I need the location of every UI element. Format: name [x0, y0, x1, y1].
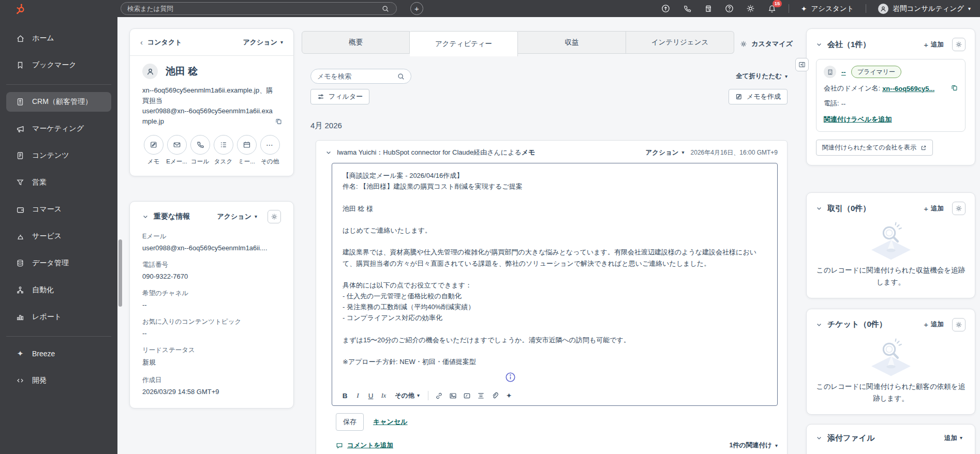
company-domain-link[interactable]: xn--6oq569cy5... [882, 85, 934, 93]
chevron-down-icon[interactable] [816, 205, 822, 211]
nav-service[interactable]: サービス [6, 226, 111, 246]
nav-home[interactable]: ホーム [6, 28, 111, 48]
hubspot-logo-icon[interactable] [14, 3, 26, 14]
save-button[interactable]: 保存 [336, 413, 364, 431]
assistant-button[interactable]: ✦ アシスタント [801, 4, 854, 13]
deals-empty-text: このレコードに関連付けられた収益機会を追跡します。 [816, 265, 966, 289]
nav-dev[interactable]: 開発 [6, 371, 111, 390]
deals-settings-button[interactable] [952, 202, 966, 215]
account-menu[interactable]: 岩間コンサルティング ▾ [878, 4, 971, 14]
copy-domain-icon[interactable] [951, 84, 958, 93]
calling-icon[interactable] [682, 4, 692, 13]
image-icon[interactable] [446, 392, 460, 400]
italic-button[interactable]: I [351, 390, 364, 401]
nav-automation[interactable]: 自動化 [6, 280, 111, 300]
ai-sparkle-icon[interactable]: ✦ [502, 391, 516, 400]
quick-create-button[interactable]: + [410, 2, 423, 15]
add-deal-button[interactable]: + 追加 [924, 204, 944, 213]
notifications-icon[interactable]: 15 [767, 4, 777, 13]
about-settings-button[interactable] [268, 210, 281, 223]
nav-sales[interactable]: 営業 [6, 173, 111, 192]
note-timestamp: 2026年4月16日、16:00 GMT+9 [691, 148, 778, 157]
back-to-contacts-link[interactable]: ‹ コンタクト [140, 38, 182, 47]
copy-email-icon[interactable] [275, 117, 282, 128]
company-name-link[interactable]: -- [841, 68, 846, 76]
tab-activity[interactable]: アクティビティー [410, 31, 518, 56]
cancel-button[interactable]: キャンセル [373, 417, 408, 427]
about-actions-dropdown[interactable]: アクション ▾ [217, 212, 257, 221]
more-actions-button[interactable]: ⋯ その他 [259, 135, 281, 165]
chevron-down-icon[interactable] [816, 41, 822, 48]
deals-panel: 取引（0件） + 追加 [806, 192, 975, 298]
chevron-down-icon[interactable] [816, 435, 822, 441]
upgrade-icon[interactable] [661, 4, 671, 13]
calendar-icon [237, 135, 257, 155]
note-search-input[interactable] [317, 72, 397, 80]
search-icon [397, 73, 405, 80]
global-search-input[interactable] [127, 5, 381, 12]
collapse-all-button[interactable]: 全て折りたたむ ▾ [736, 72, 788, 81]
note-body[interactable]: 【商談設定メール案 - 2026/04/16作成】 件名: 【池田様】建設業の購… [332, 163, 777, 388]
record-center-column: 概要 アクティビティー 収益 インテリジェンス カスタマイズ 全て折りたたむ [302, 31, 796, 454]
add-attachment-dropdown[interactable]: 追加 ▾ [944, 434, 962, 443]
funnel-icon [16, 178, 25, 187]
note-actions-dropdown[interactable]: アクション ▾ [646, 148, 685, 157]
nav-crm[interactable]: CRM（顧客管理） [6, 92, 111, 112]
global-search[interactable] [121, 2, 397, 15]
nav-bookmarks[interactable]: ブックマーク [6, 55, 111, 75]
email-action-button[interactable]: Eメー... [166, 135, 188, 165]
add-comment-button[interactable]: コメントを追加 [336, 441, 393, 450]
note-search[interactable] [310, 69, 411, 84]
property-content-topic: お気に入りのコンテンツトピック -- [142, 317, 281, 337]
workflow-icon [16, 285, 25, 295]
info-icon[interactable] [505, 372, 516, 385]
bold-button[interactable]: B [338, 391, 351, 401]
nav-commerce[interactable]: コマース [6, 200, 111, 219]
create-note-button[interactable]: メモを作成 [729, 89, 788, 104]
customize-tabs-button[interactable]: カスタマイズ [740, 39, 793, 49]
view-all-companies-button[interactable]: 関連付けられた全ての会社を表示 [816, 140, 933, 156]
clear-formatting-button[interactable]: Ix [377, 391, 390, 401]
note-action-button[interactable]: メモ [142, 135, 165, 165]
chevron-down-icon[interactable] [816, 322, 822, 328]
contact-actions-dropdown[interactable]: アクション ▾ [243, 38, 283, 47]
call-action-button[interactable]: コール [189, 135, 211, 165]
add-ticket-button[interactable]: + 追加 [924, 320, 944, 329]
account-name: 岩間コンサルティング [893, 4, 964, 13]
nav-breeze[interactable]: ✦ Breeze [6, 344, 111, 364]
task-action-button[interactable]: タスク [212, 135, 234, 165]
collapse-right-rail-button[interactable] [795, 58, 809, 71]
underline-button[interactable]: U [364, 391, 377, 401]
nav-reports[interactable]: レポート [6, 307, 111, 327]
filter-button[interactable]: フィルター [310, 89, 369, 104]
tab-overview[interactable]: 概要 [302, 31, 410, 54]
help-icon[interactable] [725, 4, 734, 13]
association-dropdown[interactable]: 1件の関連付け ▾ [729, 441, 778, 450]
bookmark-icon [16, 60, 25, 70]
add-association-label-link[interactable]: 関連付けラベルを追加 [824, 115, 892, 124]
bar-chart-icon [16, 312, 25, 322]
attach-icon[interactable] [488, 392, 502, 400]
marketplace-icon[interactable] [704, 4, 713, 13]
snippet-icon[interactable] [460, 392, 474, 400]
insert-field-icon[interactable] [474, 392, 488, 400]
topbar: + 15 ✦ アシスタント [0, 0, 980, 17]
contact-company-role: xn--6oq569cy5eenmlm1a6ii.example.jp、購買担当 [142, 85, 275, 106]
tab-revenue[interactable]: 収益 [518, 31, 626, 54]
tab-intelligence[interactable]: インテリジェンス [626, 31, 734, 54]
chevron-down-icon[interactable] [325, 149, 332, 156]
nav-marketing[interactable]: マーケティング [6, 119, 111, 139]
meeting-action-button[interactable]: ミー... [235, 135, 258, 165]
tickets-settings-button[interactable] [952, 318, 966, 331]
nav-data[interactable]: データ管理 [6, 253, 111, 273]
add-company-button[interactable]: + 追加 [924, 40, 944, 49]
note-editor[interactable]: 【商談設定メール案 - 2026/04/16作成】 件名: 【池田様】建設業の購… [332, 163, 778, 406]
settings-icon[interactable] [746, 4, 755, 13]
nav-content[interactable]: コンテンツ [6, 146, 111, 165]
toolbar-more-dropdown[interactable]: その他 ▾ [390, 391, 424, 400]
scrollbar-thumb[interactable] [118, 239, 122, 307]
link-icon[interactable] [432, 392, 446, 400]
chevron-down-icon[interactable] [142, 214, 149, 220]
company-settings-button[interactable] [952, 38, 966, 51]
nav-label: コマース [32, 205, 62, 214]
